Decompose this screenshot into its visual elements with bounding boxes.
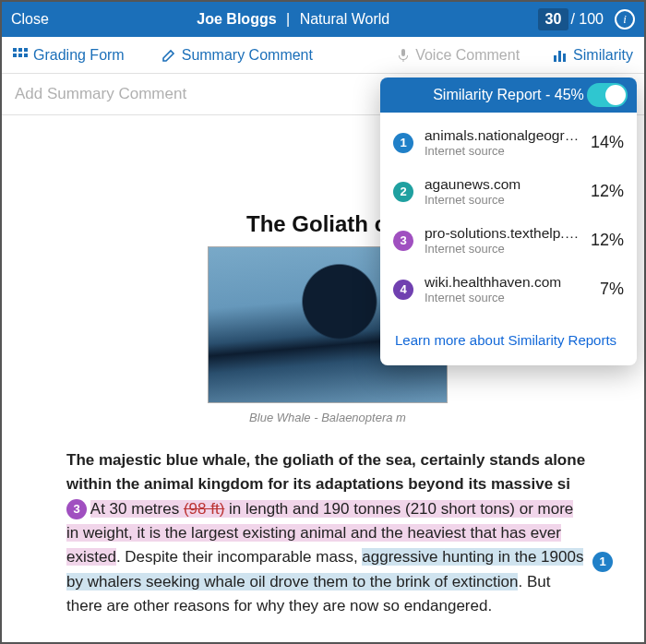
tab-label: Grading Form [33,47,125,64]
tab-voice-comment: Voice Comment [397,47,520,64]
body-lead: The majestic blue whale, the goliath of … [66,451,585,493]
source-name: wiki.healthhaven.com [425,274,594,291]
similarity-source-row[interactable]: 4wiki.healthhaven.comInternet source7% [380,265,637,314]
svg-rect-5 [24,54,28,57]
source-chip: 1 [393,133,413,153]
similarity-source-row[interactable]: 2agaunews.comInternet source12% [380,167,637,216]
title-separator: | [281,11,295,27]
source-subtitle: Internet source [425,242,585,256]
tab-grading-form[interactable]: Grading Form [13,47,125,64]
source-name: agaunews.com [425,176,585,193]
revision-strike: (98 ft) [184,500,224,518]
grid-icon [13,48,28,63]
tab-label: Similarity [573,47,633,64]
svg-rect-6 [401,49,405,56]
source-percent: 14% [591,133,624,152]
similarity-source-list: 1animals.nationalgeogra…Internet source1… [380,113,637,319]
top-bar: Close Joe Bloggs | Natural World 30 / 10… [2,2,644,37]
tab-label: Summary Comment [182,47,313,64]
svg-rect-1 [18,48,22,52]
similarity-source-row[interactable]: 1animals.nationalgeogra…Internet source1… [380,118,637,167]
similarity-toggle[interactable] [587,83,628,107]
similarity-source-row[interactable]: 3pro-solutions.texthelp.…Internet source… [380,216,637,265]
source-subtitle: Internet source [425,291,594,304]
edit-icon [162,48,176,63]
source-percent: 12% [591,231,624,250]
source-chip: 4 [393,280,413,300]
learn-more-link[interactable]: Learn more about Similarity Reports [395,332,616,348]
body-plain: . Despite their incomparable mass, [116,548,362,566]
source-chip-1-margin[interactable]: 1 [592,552,613,572]
score-input[interactable]: 30 [538,8,569,30]
tab-similarity[interactable]: Similarity [553,47,633,64]
source-chip-3-inline[interactable]: 3 [66,499,87,519]
svg-rect-8 [558,51,561,62]
bar-chart-icon [553,48,568,63]
info-icon[interactable]: i [615,9,635,30]
mic-icon [397,48,410,63]
svg-rect-3 [13,54,17,57]
svg-rect-7 [554,55,556,62]
document-body: The majestic blue whale, the goliath of … [66,448,589,618]
similarity-panel: Similarity Report - 45% 1animals.nationa… [380,78,637,365]
score-group: 30 / 100 i [538,8,635,30]
source-subtitle: Internet source [425,193,585,207]
svg-rect-2 [24,48,28,52]
score-total: / 100 [570,11,604,28]
source-chip: 3 [393,231,413,251]
source-subtitle: Internet source [425,144,585,158]
toggle-knob [605,85,626,105]
svg-rect-0 [13,48,17,52]
source-percent: 12% [591,182,624,201]
svg-rect-9 [563,54,566,62]
tab-label: Voice Comment [415,47,520,64]
source-chip: 2 [393,182,413,202]
image-caption: Blue Whale - Balaenoptera m [66,411,589,424]
student-name: Joe Bloggs [197,11,276,27]
assignment-name: Natural World [300,11,390,27]
tab-bar: Grading Form Summary Comment Voice Comme… [2,37,644,74]
source-percent: 7% [600,280,624,299]
title-group: Joe Bloggs | Natural World [49,11,538,28]
svg-rect-4 [18,54,22,57]
close-button[interactable]: Close [11,11,49,28]
similarity-panel-header: Similarity Report - 45% [380,78,637,113]
similarity-panel-title: Similarity Report - 45% [433,87,584,103]
source-name: animals.nationalgeogra… [425,127,585,144]
tab-summary-comment[interactable]: Summary Comment [162,47,313,64]
source-name: pro-solutions.texthelp.… [425,225,585,242]
